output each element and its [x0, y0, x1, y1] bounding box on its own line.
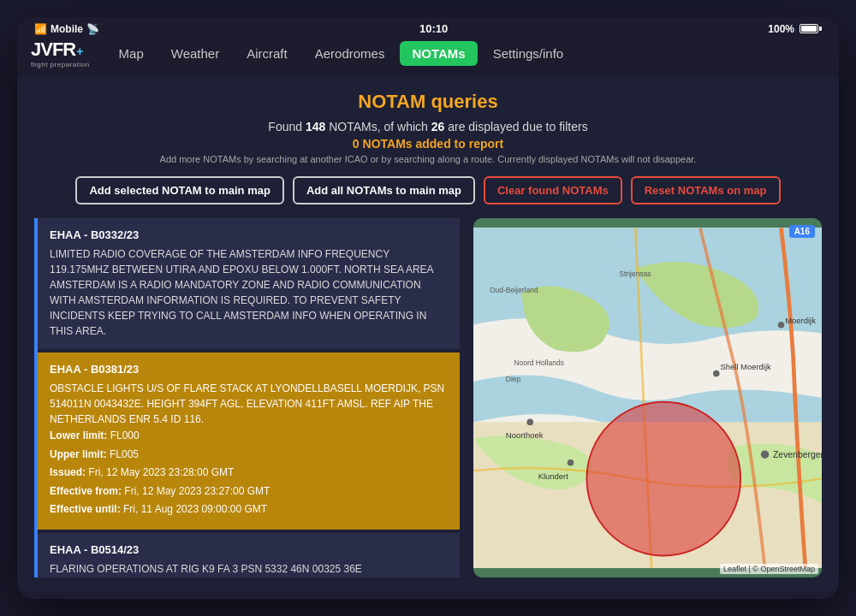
battery-icon	[800, 24, 822, 33]
notam-text-2: OBSTACLE LIGHTS U/S OF FLARE STACK AT LY…	[50, 381, 448, 427]
time-display: 10:10	[419, 22, 448, 35]
report-count: 0 NOTAMs added to report	[34, 137, 822, 151]
lower-limit: FL000	[110, 429, 140, 441]
reset-notams-button[interactable]: Reset NOTAMs on map	[631, 176, 781, 204]
nav-item-notams[interactable]: NOTAMs	[400, 41, 477, 66]
signal-icon: 📶	[34, 23, 47, 35]
navbar: JVFR+ flight preparation Map Weather Air…	[17, 38, 839, 77]
battery-tip	[819, 27, 822, 31]
add-selected-button[interactable]: Add selected NOTAM to main map	[75, 176, 283, 204]
hint-text: Add more NOTAMs by searching at another …	[34, 154, 822, 164]
found-subtitle: Found 148 NOTAMs, of which 26 are displa…	[34, 120, 822, 133]
map-area: Zevenbergen Shell Moerdijk Klundert Noor…	[473, 218, 822, 578]
svg-text:Moerdijk: Moerdijk	[785, 316, 816, 325]
button-row: Add selected NOTAM to main map Add all N…	[34, 176, 822, 204]
main-content: NOTAM queries Found 148 NOTAMs, of which…	[17, 77, 839, 591]
notam-text-1: LIMITED RADIO COVERAGE OF THE AMSTERDAM …	[50, 246, 448, 339]
status-bar: 📶 Mobile 📡 10:10 100%	[17, 17, 839, 38]
svg-text:Oud-Beijerland: Oud-Beijerland	[490, 286, 538, 294]
svg-text:Zevenbergen: Zevenbergen	[773, 450, 822, 459]
svg-text:Shell Moerdijk: Shell Moerdijk	[721, 362, 772, 371]
svg-text:Klundert: Klundert	[538, 471, 569, 481]
svg-point-7	[568, 459, 574, 466]
svg-point-17	[587, 402, 741, 556]
effective-from: Fri, 12 May 2023 23:27:00 GMT	[124, 485, 270, 497]
map-attribution: Leaflet | © OpenStreetMap	[720, 564, 818, 574]
notam-card-2[interactable]: EHAA - B0381/23 OBSTACLE LIGHTS U/S OF F…	[38, 352, 460, 530]
nav-item-map[interactable]: Map	[107, 41, 156, 66]
logo-sub: flight preparation	[31, 61, 90, 68]
notam-card-3[interactable]: EHAA - B0514/23 FLARING OPERATIONS AT RI…	[38, 533, 460, 578]
issued: Fri, 12 May 2023 23:28:00 GMT	[88, 466, 234, 478]
content-area: EHAA - B0332/23 LIMITED RADIO COVERAGE O…	[34, 218, 822, 578]
map-svg: Zevenbergen Shell Moerdijk Klundert Noor…	[473, 218, 822, 578]
upper-limit: FL005	[110, 448, 139, 460]
notam-list[interactable]: EHAA - B0332/23 LIMITED RADIO COVERAGE O…	[34, 218, 460, 578]
svg-point-9	[527, 419, 534, 426]
notam-id-1: EHAA - B0332/23	[50, 228, 448, 241]
battery-percent: 100%	[768, 23, 794, 35]
svg-point-5	[713, 370, 720, 377]
svg-text:Noord Hollands: Noord Hollands	[514, 358, 565, 367]
notam-id-2: EHAA - B0381/23	[50, 363, 448, 376]
signal-label: Mobile	[51, 23, 83, 35]
clear-notams-button[interactable]: Clear found NOTAMs	[484, 176, 622, 204]
svg-point-11	[778, 322, 785, 329]
svg-point-3	[761, 450, 769, 458]
status-right: 100%	[768, 23, 822, 35]
nav-item-weather[interactable]: Weather	[159, 41, 231, 66]
logo-plus: +	[76, 44, 83, 58]
a16-badge: A16	[789, 225, 815, 238]
notam-text-3: FLARING OPERATIONS AT RIG K9 FA 3 PSN 53…	[50, 561, 448, 577]
battery-body	[800, 24, 818, 33]
nav-item-aerodromes[interactable]: Aerodromes	[303, 41, 397, 66]
logo-text: JVFR	[31, 38, 75, 60]
battery-fill	[801, 26, 817, 32]
notam-id-3: EHAA - B0514/23	[50, 543, 448, 556]
map-container: Zevenbergen Shell Moerdijk Klundert Noor…	[473, 218, 822, 578]
page-title: NOTAM queries	[34, 91, 822, 113]
notam-card-1[interactable]: EHAA - B0332/23 LIMITED RADIO COVERAGE O…	[38, 218, 460, 349]
notam-detail-2: Lower limit: FL000 Upper limit: FL005 Is…	[50, 427, 448, 519]
wifi-icon: 📡	[86, 23, 99, 35]
nav-links: Map Weather Aircraft Aerodromes NOTAMs S…	[107, 41, 576, 66]
svg-text:Strijensas: Strijensas	[620, 270, 651, 278]
status-left: 📶 Mobile 📡	[34, 23, 99, 35]
nav-item-settings[interactable]: Settings/info	[481, 41, 576, 66]
svg-text:Diep: Diep	[506, 375, 521, 383]
nav-item-aircraft[interactable]: Aircraft	[235, 41, 300, 66]
effective-until: Fri, 11 Aug 2023 09:00:00 GMT	[123, 503, 267, 515]
add-all-button[interactable]: Add all NOTAMs to main map	[293, 176, 475, 204]
device-frame: 📶 Mobile 📡 10:10 100% JVFR+ flight prepa…	[17, 17, 839, 599]
svg-text:Noorthoek: Noorthoek	[506, 430, 544, 440]
app-logo: JVFR+ flight preparation	[31, 38, 90, 68]
